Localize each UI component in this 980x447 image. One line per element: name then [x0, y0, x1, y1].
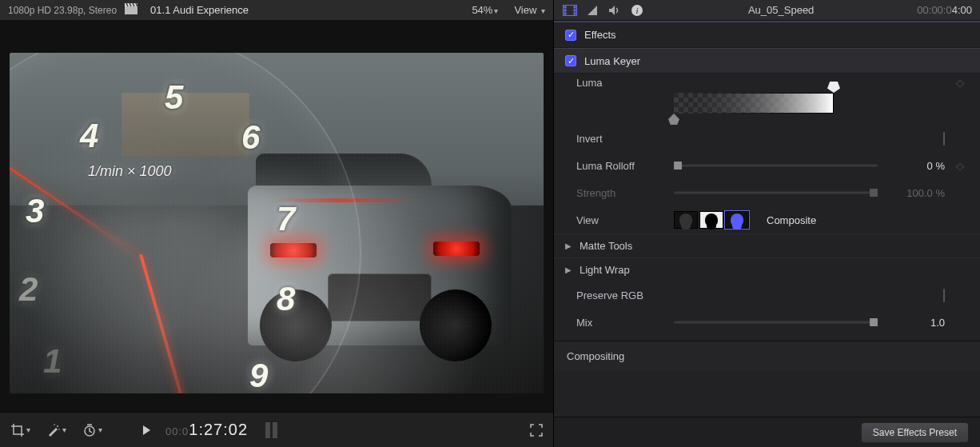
view-mode-original[interactable] — [674, 211, 698, 229]
viewer-format: 1080p HD 23.98p, Stereo — [8, 5, 117, 16]
compositing-label: Compositing — [567, 350, 624, 362]
chevron-down-icon: ▾ — [494, 6, 498, 15]
luma-high-handle[interactable] — [827, 82, 840, 93]
view-param-label: View — [576, 214, 664, 226]
color-inspector-tab[interactable] — [584, 3, 600, 18]
view-mode-matte[interactable] — [699, 211, 723, 229]
preserve-rgb-checkbox[interactable] — [943, 289, 945, 302]
svg-rect-12 — [574, 13, 576, 14]
matte-tools-group[interactable]: ▶ Matte Tools — [554, 233, 980, 257]
audio-meters — [265, 422, 277, 438]
timecode-bright: 1:27:02 — [189, 421, 248, 438]
view-dropdown[interactable]: View ▾ — [514, 4, 545, 16]
effects-checkbox[interactable]: ✓ — [565, 30, 576, 41]
light-wrap-label: Light Wrap — [580, 264, 630, 276]
tachometer-label: 1/min × 1000 — [88, 163, 172, 180]
strength-slider — [674, 186, 878, 199]
invert-checkbox[interactable] — [943, 132, 945, 146]
svg-rect-11 — [574, 10, 576, 11]
video-inspector-tab[interactable] — [562, 3, 578, 18]
svg-point-2 — [57, 425, 58, 427]
svg-point-4 — [54, 424, 55, 425]
play-button[interactable] — [138, 422, 154, 438]
keyframe-icon[interactable]: ◇ — [954, 77, 966, 89]
luma-keyer-header[interactable]: ✓ Luma Keyer — [554, 48, 980, 74]
zoom-value: 54% — [472, 4, 492, 16]
effects-section-header[interactable]: ✓ Effects — [554, 22, 980, 48]
luma-low-handle[interactable] — [668, 114, 679, 125]
info-inspector-tab[interactable]: i — [629, 3, 645, 18]
enhance-tool-dropdown[interactable]: ▾ — [44, 421, 69, 440]
viewer-canvas[interactable]: 234567891 1/min × 1000 — [0, 21, 553, 412]
keyframe-icon[interactable]: ◇ — [954, 160, 966, 172]
timecode-dim: 00:0 — [165, 425, 189, 437]
retime-tool-dropdown[interactable]: ▾ — [80, 421, 105, 440]
strength-label: Strength — [576, 187, 664, 199]
luma-keyer-checkbox[interactable]: ✓ — [565, 55, 576, 66]
effects-label: Effects — [584, 29, 616, 41]
luma-rolloff-label: Luma Rolloff — [576, 160, 664, 172]
luma-rolloff-value[interactable]: 0 % — [887, 160, 945, 172]
svg-rect-7 — [564, 6, 566, 8]
svg-rect-8 — [564, 10, 566, 11]
video-frame: 234567891 1/min × 1000 — [10, 53, 544, 393]
view-label: View — [514, 4, 536, 16]
invert-label: Invert — [576, 133, 664, 145]
preserve-rgb-label: Preserve RGB — [576, 289, 664, 301]
disclosure-triangle-icon: ▶ — [565, 241, 575, 250]
compositing-section[interactable]: Compositing — [554, 341, 980, 371]
luma-rolloff-slider[interactable] — [674, 159, 878, 172]
mix-slider[interactable] — [674, 316, 878, 329]
luma-keyer-label: Luma Keyer — [584, 55, 640, 67]
view-mode-composite[interactable] — [725, 211, 749, 229]
svg-rect-10 — [574, 6, 576, 8]
view-mode-value: Composite — [767, 214, 816, 226]
disclosure-triangle-icon: ▶ — [565, 265, 575, 274]
matte-tools-label: Matte Tools — [580, 240, 632, 252]
svg-rect-9 — [564, 13, 566, 14]
svg-point-3 — [58, 429, 60, 430]
svg-rect-0 — [125, 6, 137, 14]
strength-value: 100.0 % — [887, 187, 945, 199]
luma-gradient-control[interactable] — [674, 83, 834, 117]
fullscreen-button[interactable] — [528, 421, 545, 439]
crop-tool-dropdown[interactable]: ▾ — [8, 421, 33, 440]
mix-label: Mix — [576, 317, 664, 329]
save-effects-preset-button[interactable]: Save Effects Preset — [861, 422, 969, 443]
svg-text:i: i — [635, 6, 638, 15]
audio-inspector-tab[interactable] — [607, 3, 623, 18]
zoom-dropdown[interactable]: 54%▾ — [472, 4, 498, 16]
inspector-duration: 00:00:04:00 — [917, 4, 972, 16]
mix-value[interactable]: 1.0 — [887, 317, 945, 329]
viewer-clip-title: 01.1 Audi Experience — [150, 4, 249, 16]
chevron-down-icon: ▾ — [541, 6, 545, 15]
playhead-timecode[interactable]: 00:01:27:02 — [165, 421, 248, 439]
inspector-clip-name: Au_05_Speed — [651, 4, 910, 16]
clapperboard-icon — [125, 3, 137, 17]
tachometer-overlay: 234567891 1/min × 1000 — [10, 53, 361, 393]
luma-label: Luma — [576, 77, 664, 89]
light-wrap-group[interactable]: ▶ Light Wrap — [554, 257, 980, 281]
